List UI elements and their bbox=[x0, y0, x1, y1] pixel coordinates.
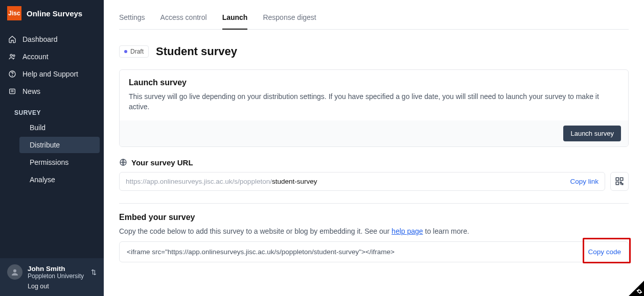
user-org: Poppleton University bbox=[28, 273, 86, 280]
svg-point-9 bbox=[13, 269, 16, 273]
help-page-link[interactable]: help page bbox=[392, 227, 423, 235]
gear-icon bbox=[636, 288, 642, 294]
svg-rect-11 bbox=[616, 178, 618, 180]
svg-point-3 bbox=[12, 76, 13, 76]
svg-point-1 bbox=[13, 55, 15, 56]
url-box[interactable]: https://app.onlinesurveys.jisc.ac.uk/s/p… bbox=[119, 172, 605, 191]
nav-news[interactable]: News bbox=[0, 83, 104, 100]
url-prefix: https://app.onlinesurveys.jisc.ac.uk/s/p… bbox=[126, 178, 272, 185]
nav-section-survey: SURVEY bbox=[0, 100, 104, 118]
embed-code: <iframe src="https://app.onlinesurveys.j… bbox=[127, 248, 395, 256]
section-label: SURVEY bbox=[14, 109, 41, 116]
embed-title: Embed your survey bbox=[119, 213, 629, 222]
card-text: This survey will go live depending on yo… bbox=[129, 91, 619, 112]
status-text: Draft bbox=[130, 48, 144, 55]
news-icon bbox=[8, 87, 16, 95]
sidebar: Jisc Online Surveys Dashboard Account He… bbox=[0, 0, 104, 296]
nav-label: Permissions bbox=[30, 158, 68, 166]
nav-account[interactable]: Account bbox=[0, 48, 104, 65]
nav-label: Distribute bbox=[30, 141, 60, 149]
user-info: John Smith Poppleton University bbox=[28, 265, 86, 280]
brand: Jisc Online Surveys bbox=[0, 0, 104, 28]
copy-link-button[interactable]: Copy link bbox=[570, 178, 599, 185]
qr-icon bbox=[615, 177, 624, 186]
embed-desc-pre: Copy the code below to add this survey t… bbox=[119, 227, 392, 235]
brand-title: Online Surveys bbox=[27, 9, 82, 18]
nav-label: News bbox=[22, 87, 40, 95]
card-body: Launch survey This survey will go live d… bbox=[120, 70, 628, 120]
url-section-header: Your survey URL bbox=[119, 158, 629, 167]
help-icon bbox=[8, 70, 16, 78]
nav-label: Dashboard bbox=[22, 35, 58, 43]
sidebar-footer: John Smith Poppleton University ⇅ Log ou… bbox=[0, 258, 104, 296]
title-row: Draft Student survey bbox=[119, 45, 629, 58]
nav-dashboard[interactable]: Dashboard bbox=[0, 31, 104, 48]
svg-rect-13 bbox=[616, 182, 618, 185]
globe-icon bbox=[119, 158, 127, 166]
nav-label: Account bbox=[22, 53, 49, 61]
divider bbox=[119, 203, 629, 204]
status-dot-icon bbox=[124, 50, 127, 53]
tab-settings[interactable]: Settings bbox=[119, 10, 145, 29]
brand-logo: Jisc bbox=[7, 6, 21, 20]
user-name: John Smith bbox=[28, 265, 86, 273]
app-root: Jisc Online Surveys Dashboard Account He… bbox=[0, 0, 644, 296]
embed-row: <iframe src="https://app.onlinesurveys.j… bbox=[119, 241, 629, 262]
url-row: https://app.onlinesurveys.jisc.ac.uk/s/p… bbox=[119, 172, 629, 191]
subnav-build[interactable]: Build bbox=[19, 119, 100, 136]
card-title: Launch survey bbox=[129, 78, 619, 87]
survey-subnav: Build Distribute Permissions Analyse bbox=[0, 119, 104, 188]
primary-nav: Dashboard Account Help and Support News … bbox=[0, 28, 104, 192]
page-title: Student survey bbox=[156, 45, 237, 58]
qr-code-button[interactable] bbox=[610, 172, 629, 191]
subnav-distribute[interactable]: Distribute bbox=[19, 137, 100, 153]
embed-box[interactable]: <iframe src="https://app.onlinesurveys.j… bbox=[119, 241, 629, 262]
tab-response-digest[interactable]: Response digest bbox=[263, 10, 316, 29]
copy-code-button[interactable]: Copy code bbox=[588, 248, 621, 256]
nav-label: Help and Support bbox=[22, 70, 78, 78]
status-badge: Draft bbox=[119, 45, 149, 58]
tabs: Settings Access control Launch Response … bbox=[119, 0, 629, 30]
svg-point-0 bbox=[10, 54, 12, 56]
tab-launch[interactable]: Launch bbox=[222, 10, 248, 30]
home-icon bbox=[8, 35, 16, 43]
avatar bbox=[7, 264, 22, 280]
embed-desc-post: to learn more. bbox=[423, 227, 469, 235]
launch-survey-button[interactable]: Launch survey bbox=[563, 126, 621, 141]
users-icon bbox=[8, 53, 16, 61]
chevron-updown-icon: ⇅ bbox=[91, 268, 97, 276]
launch-card: Launch survey This survey will go live d… bbox=[119, 69, 629, 147]
nav-label: Build bbox=[30, 124, 45, 132]
card-actions: Launch survey bbox=[120, 120, 628, 146]
nav-label: Analyse bbox=[30, 176, 55, 184]
embed-description: Copy the code below to add this survey t… bbox=[119, 227, 629, 235]
main-content: Settings Access control Launch Response … bbox=[104, 0, 644, 296]
subnav-permissions[interactable]: Permissions bbox=[19, 154, 100, 170]
tab-access-control[interactable]: Access control bbox=[160, 10, 207, 29]
subnav-analyse[interactable]: Analyse bbox=[19, 171, 100, 188]
nav-help[interactable]: Help and Support bbox=[0, 65, 104, 83]
svg-rect-12 bbox=[620, 178, 623, 180]
user-row[interactable]: John Smith Poppleton University ⇅ bbox=[7, 264, 97, 280]
url-slug: student-survey bbox=[272, 178, 317, 185]
logout-link[interactable]: Log out bbox=[28, 283, 97, 290]
section-title: Your survey URL bbox=[131, 158, 193, 167]
